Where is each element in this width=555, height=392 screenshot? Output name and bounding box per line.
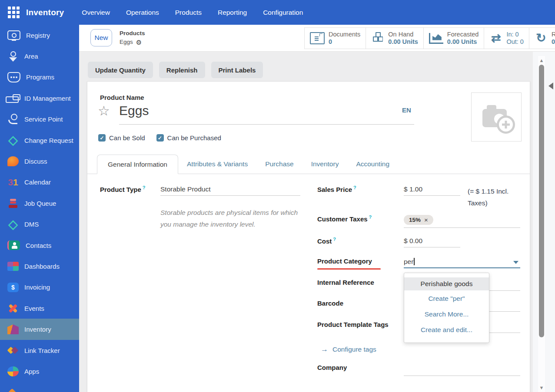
checkbox-item[interactable]: ✓ Can be Sold bbox=[98, 134, 145, 142]
print-labels-button[interactable]: Print Labels bbox=[211, 62, 263, 78]
app-title[interactable]: Inventory bbox=[26, 8, 64, 17]
sidebar-item-label: Area bbox=[24, 53, 38, 60]
sidebar-item-label: Events bbox=[24, 305, 44, 312]
sidebar-item-calendar[interactable]: Calendar bbox=[0, 172, 79, 193]
stat-label: In: 0 bbox=[506, 31, 524, 38]
sidebar-item-area[interactable]: Area bbox=[0, 46, 79, 66]
scroll-down-arrow-icon[interactable]: ▼ bbox=[538, 384, 545, 391]
dropdown-item[interactable]: Search More... bbox=[404, 307, 489, 322]
top-menu-item[interactable]: Operations bbox=[126, 9, 159, 16]
tab-purchase[interactable]: Purchase bbox=[256, 155, 302, 174]
breadcrumb-parent[interactable]: Products bbox=[120, 29, 145, 38]
tab-accounting[interactable]: Accounting bbox=[347, 155, 398, 174]
sidebar-item-label: Registry bbox=[26, 32, 50, 39]
stat-value: 0 bbox=[552, 38, 555, 46]
sidebar-item-label: Dashboards bbox=[24, 263, 60, 270]
stat-label: On Hand bbox=[388, 31, 418, 38]
sidebar-item-label: Calendar bbox=[24, 178, 51, 186]
sidebar: Registry Area Programs ID Management Ser… bbox=[0, 25, 79, 392]
sales-price-input[interactable]: $ 1.00 bbox=[404, 185, 460, 196]
configure-tags-label: Configure tags bbox=[332, 346, 376, 353]
sidebar-item-invoicing[interactable]: Invoicing bbox=[0, 277, 79, 298]
dropdown-item[interactable]: Perishable goods bbox=[404, 277, 489, 290]
scroll-up-arrow-icon[interactable]: ▲ bbox=[538, 57, 545, 64]
chevron-down-icon[interactable] bbox=[513, 261, 518, 264]
help-icon[interactable]: ? bbox=[143, 185, 146, 190]
sidebar-item-apps[interactable]: Apps bbox=[0, 361, 79, 382]
stat-button[interactable]: On Hand 0.00 Units bbox=[366, 28, 424, 49]
control-panel: New Products Eggs ⚙ Documents 0 On Hand … bbox=[79, 25, 555, 52]
product-category-input[interactable]: per bbox=[404, 258, 520, 268]
customer-taxes-label: Customer Taxes bbox=[317, 215, 368, 223]
company-label: Company bbox=[317, 364, 347, 371]
top-menu-item[interactable]: Products bbox=[175, 9, 202, 16]
scrollbar-thumb[interactable] bbox=[539, 65, 544, 337]
top-menu-item[interactable]: Overview bbox=[82, 9, 110, 16]
breadcrumb-current: Eggs bbox=[120, 38, 133, 46]
sidebar-item-dms[interactable]: DMS bbox=[0, 214, 79, 235]
stat-button[interactable]: Forecasted 0.00 Units bbox=[424, 28, 485, 49]
product-name-input[interactable]: Eggs bbox=[119, 103, 149, 118]
apps-grid-icon[interactable] bbox=[8, 7, 20, 18]
text-cursor bbox=[414, 258, 415, 265]
stat-strip: Documents 0 On Hand 0.00 Units Forecaste… bbox=[304, 27, 555, 49]
stat-label: Forecasted bbox=[447, 31, 479, 38]
company-input[interactable] bbox=[404, 364, 520, 376]
checkbox-item[interactable]: ✓ Can be Purchased bbox=[156, 134, 221, 142]
sidebar-item-change-request[interactable]: Change Request bbox=[0, 130, 79, 151]
inventory-icon bbox=[7, 324, 19, 334]
top-menu-item[interactable]: Reporting bbox=[218, 9, 247, 16]
sidebar-item-inventory[interactable]: Inventory bbox=[0, 319, 79, 339]
tab-inventory[interactable]: Inventory bbox=[302, 155, 348, 174]
replenish-button[interactable]: Replenish bbox=[159, 62, 205, 78]
configure-tags-link[interactable]: → Configure tags bbox=[321, 345, 376, 354]
stat-button[interactable]: Documents 0 bbox=[305, 28, 366, 49]
sidebar-item-label: Job Queue bbox=[24, 200, 56, 207]
cost-input[interactable]: $ 0.00 bbox=[404, 237, 460, 247]
events-icon bbox=[7, 303, 19, 314]
top-menu-item[interactable]: Configuration bbox=[263, 9, 303, 16]
language-badge[interactable]: EN bbox=[402, 106, 411, 114]
sidebar-item-service-point[interactable]: Service Point bbox=[0, 109, 79, 130]
product-type-select[interactable]: Storable Product bbox=[160, 185, 300, 196]
stat-value: 0.00 Units bbox=[388, 38, 418, 46]
update-quantity-button[interactable]: Update Quantity bbox=[88, 62, 153, 78]
dropdown-item[interactable]: Create "per" bbox=[404, 291, 489, 306]
transfer-icon bbox=[489, 31, 502, 45]
product-image-placeholder[interactable] bbox=[471, 92, 522, 142]
scrollbar-track[interactable]: ▲ ▼ bbox=[538, 56, 545, 392]
grid-dots bbox=[8, 7, 11, 10]
gear-icon[interactable]: ⚙ bbox=[136, 39, 142, 46]
refresh-icon bbox=[535, 31, 548, 45]
sidebar-item-job-queue[interactable]: Job Queue bbox=[0, 193, 79, 214]
help-icon[interactable]: ? bbox=[333, 237, 336, 242]
customer-taxes-field[interactable]: 15% × bbox=[404, 215, 520, 228]
job-queue-icon bbox=[7, 198, 19, 209]
sidebar-item-registry[interactable]: Registry bbox=[0, 25, 79, 46]
collapse-handle-icon[interactable] bbox=[548, 82, 553, 89]
sidebar-item-programs[interactable]: Programs bbox=[0, 67, 79, 88]
dropdown-item[interactable]: Create and edit... bbox=[404, 323, 489, 337]
remove-tag-icon[interactable]: × bbox=[424, 216, 428, 224]
right-arrow-icon: → bbox=[321, 345, 328, 354]
product-template-tags-label: Product Template Tags bbox=[317, 321, 389, 328]
stat-button[interactable]: R 0 bbox=[529, 28, 555, 49]
sidebar-item-id-management[interactable]: ID Management bbox=[0, 88, 79, 109]
area-icon bbox=[7, 51, 19, 62]
sidebar-item[interactable] bbox=[0, 382, 79, 392]
product-category-label: Product Category bbox=[317, 257, 372, 265]
tab-attributes-variants[interactable]: Attributes & Variants bbox=[178, 155, 256, 174]
new-button[interactable]: New bbox=[90, 29, 112, 46]
sidebar-item-discuss[interactable]: Discuss bbox=[0, 151, 79, 171]
required-field-underline bbox=[317, 268, 381, 270]
stat-button[interactable]: In: 0 Out: 0 bbox=[484, 28, 529, 49]
favorite-star-icon[interactable]: ☆ bbox=[98, 104, 110, 118]
sidebar-item-contacts[interactable]: Contacts bbox=[0, 235, 79, 256]
sidebar-item-dashboards[interactable]: Dashboards bbox=[0, 256, 79, 277]
sidebar-item-link-tracker[interactable]: Link Tracker bbox=[0, 340, 79, 361]
sidebar-item-events[interactable]: Events bbox=[0, 298, 79, 319]
tab-general-information[interactable]: General Information bbox=[97, 155, 178, 174]
help-icon[interactable]: ? bbox=[353, 185, 356, 190]
service-point-icon bbox=[7, 114, 19, 125]
help-icon[interactable]: ? bbox=[369, 214, 372, 220]
